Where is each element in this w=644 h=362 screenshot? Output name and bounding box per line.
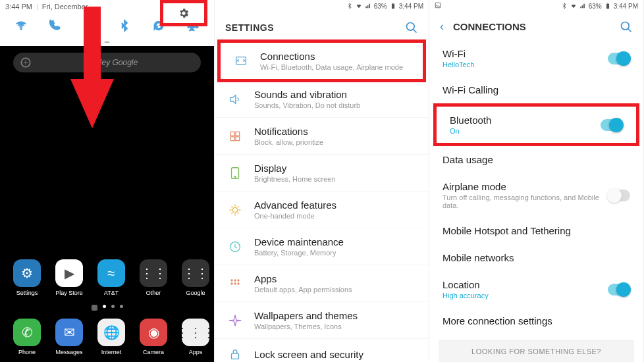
phone-2-settings: 63% 3:44 PM SETTINGS ConnectionsWi-Fi, B… [215,0,429,362]
toggle-switch[interactable] [608,53,630,65]
connection-item-sub: On [450,127,601,135]
svg-point-4 [407,23,415,31]
red-arrow-down-icon [66,7,119,132]
connection-item-airplane-mode[interactable]: Airplane modeTurn off calling, messaging… [429,173,643,217]
settings-list: ConnectionsWi-Fi, Bluetooth, Data usage,… [215,39,429,362]
settings-item-icon [225,166,245,180]
connection-item-wi-fi-calling[interactable]: Wi-Fi Calling [429,76,643,103]
connection-item-wi-fi[interactable]: Wi-FiHelloTech [429,40,643,76]
google-logo-icon [20,57,32,68]
search-icon[interactable] [620,20,633,34]
svg-rect-22 [606,4,609,9]
svg-point-14 [230,279,232,281]
settings-item-wallpapers-and-themes[interactable]: Wallpapers and themesWallpapers, Themes,… [215,302,429,339]
settings-item-name: Lock screen and security [254,349,418,360]
svg-rect-20 [232,353,239,359]
app-play-store[interactable]: ▶Play Store [54,259,84,296]
settings-item-icon [225,203,245,217]
toggle-switch[interactable] [608,190,630,201]
settings-item-lock-screen-and-security[interactable]: Lock screen and security [215,339,429,362]
connections-title: CONNECTIONS [453,21,610,32]
connection-item-sub: High accuracy [443,292,608,299]
svg-point-17 [230,282,232,284]
svg-rect-2 [392,4,394,9]
page-indicator [0,305,214,311]
connection-item-mobile-hotspot-and-tethering[interactable]: Mobile Hotspot and Tethering [429,217,643,244]
svg-point-16 [237,279,239,281]
phone-1-homescreen: 3:44 PM | Fri, December ═ Hey Google ⚙Se… [0,0,215,362]
app-camera[interactable]: ◉Camera [138,319,169,355]
settings-item-apps[interactable]: AppsDefault apps, App permissions [215,265,429,302]
connection-item-bluetooth[interactable]: BluetoothOn [437,107,636,143]
settings-item-icon [225,313,245,328]
app-at&t[interactable]: ≈AT&T [96,259,126,296]
toggle-switch[interactable] [608,284,630,296]
connection-item-name: Data usage [443,154,630,165]
settings-item-sounds-and-vibration[interactable]: Sounds and vibrationSounds, Vibration, D… [215,81,429,118]
status-time: 3:44 PM [399,3,423,10]
settings-item-name: Connections [260,51,412,62]
settings-item-icon [231,54,251,68]
svg-rect-23 [607,3,608,4]
app-messages[interactable]: ✉Messages [54,319,84,355]
battery-icon [390,3,396,9]
app-row-1: ⚙Settings▶Play Store≈AT&T⋮⋮Other⋮⋮Google [12,259,211,296]
settings-item-sub: Wallpapers, Themes, Icons [254,323,418,330]
app-google[interactable]: ⋮⋮Google [180,259,211,296]
settings-item-advanced-features[interactable]: Advanced featuresOne-handed mode [215,192,429,228]
settings-title: SETTINGS [225,22,274,33]
settings-item-name: Wallpapers and themes [254,310,418,321]
settings-item-sub: Wi-Fi, Bluetooth, Data usage, Airplane m… [260,63,412,71]
connection-item-mobile-networks[interactable]: Mobile networks [429,244,643,271]
status-time: 3:44 PM [5,3,32,11]
app-other[interactable]: ⋮⋮Other [138,259,169,296]
status-time: 3:44 PM [614,3,638,10]
app-phone[interactable]: ✆Phone [12,319,42,355]
settings-item-icon [225,240,245,254]
svg-point-0 [20,28,22,30]
settings-item-name: Advanced features [254,199,418,211]
connection-item-name: Airplane mode [443,181,608,192]
settings-item-name: Device maintenance [254,236,418,247]
homescreen: Hey Google ⚙Settings▶Play Store≈AT&T⋮⋮Ot… [0,46,214,362]
connection-item-name: Wi-Fi [443,48,608,59]
svg-rect-7 [236,132,240,136]
settings-item-sub: Battery, Storage, Memory [254,249,418,257]
app-internet[interactable]: 🌐Internet [96,319,126,355]
settings-item-display[interactable]: DisplayBrightness, Home screen [215,155,429,192]
connection-item-data-usage[interactable]: Data usage [429,146,643,173]
svg-rect-6 [230,132,234,136]
battery-percent: 63% [589,3,602,10]
connection-item-name: Mobile Hotspot and Tethering [443,225,630,236]
app-settings[interactable]: ⚙Settings [12,259,42,296]
connection-item-more-connection-settings[interactable]: More connection settings [429,307,643,334]
settings-item-sub: One-handed mode [254,212,418,220]
connection-item-location[interactable]: LocationHigh accuracy [429,271,643,307]
dock-row: ✆Phone✉Messages🌐Internet◉Camera⋮⋮⋮Apps [12,319,211,355]
footer-hint[interactable]: LOOKING FOR SOMETHING ELSE? [439,340,634,362]
settings-item-device-maintenance[interactable]: Device maintenanceBattery, Storage, Memo… [215,228,429,265]
bluetooth-icon[interactable] [118,19,131,32]
back-icon[interactable]: ‹ [440,20,444,34]
svg-rect-8 [230,136,234,140]
search-icon[interactable] [405,21,418,34]
bluetooth-status-icon [346,3,353,9]
connection-item-sub: HelloTech [443,61,608,68]
svg-point-18 [234,282,236,284]
wifi-icon[interactable] [14,19,28,32]
phone-icon[interactable] [49,19,62,32]
svg-point-24 [622,22,630,30]
settings-item-notifications[interactable]: NotificationsBlock, allow, prioritize [215,118,429,155]
connection-item-name: Mobile networks [443,252,630,263]
settings-header: SETTINGS [215,12,429,41]
app-apps[interactable]: ⋮⋮⋮Apps [180,319,211,355]
settings-item-connections[interactable]: ConnectionsWi-Fi, Bluetooth, Data usage,… [217,39,426,82]
gear-icon[interactable] [178,7,190,19]
connection-item-name: Wi-Fi Calling [443,84,630,95]
toggle-switch[interactable] [601,119,623,131]
settings-item-name: Notifications [254,126,418,137]
svg-point-12 [232,207,237,212]
svg-point-15 [234,279,236,281]
settings-item-sub: Block, allow, prioritize [254,138,418,146]
battery-icon [604,3,611,9]
